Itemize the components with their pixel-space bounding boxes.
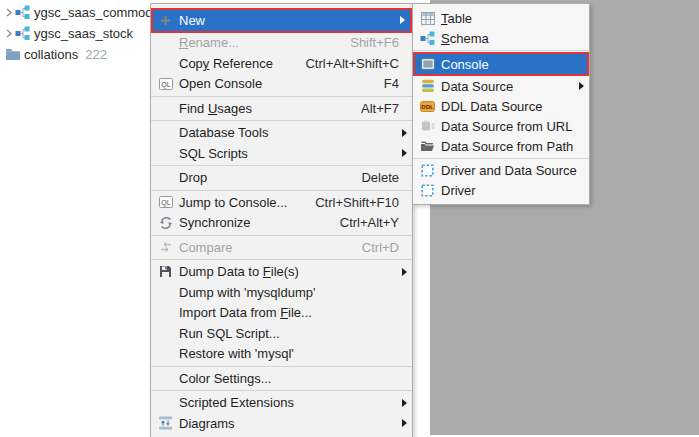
menu-item-scripted-extensions[interactable]: Scripted Extensions bbox=[151, 393, 412, 414]
datasource-icon bbox=[419, 78, 436, 94]
menu-separator bbox=[151, 235, 412, 236]
submenu-arrow-icon bbox=[402, 268, 407, 276]
menu-item-shortcut: Shift+F6 bbox=[350, 35, 406, 50]
empty-icon-slot bbox=[157, 125, 174, 141]
menu-item-data-source-from-path[interactable]: Data Source from Path bbox=[413, 136, 589, 156]
menu-separator bbox=[413, 50, 589, 51]
table-icon bbox=[419, 10, 436, 26]
folder-open-icon bbox=[419, 138, 436, 154]
sidebar-item-ygsc-saas-commod[interactable]: ygsc_saas_commod bbox=[0, 2, 150, 23]
submenu-arrow-icon bbox=[402, 149, 407, 157]
menu-item-ddl-data-source[interactable]: DDLDDL Data Source bbox=[413, 96, 589, 116]
menu-item-open-console[interactable]: QLOpen ConsoleF4 bbox=[151, 74, 412, 95]
compare-icon bbox=[157, 239, 174, 255]
empty-icon-slot bbox=[157, 370, 174, 386]
menu-item-label: Import Data from File... bbox=[179, 305, 312, 320]
menu-item-color-settings[interactable]: Color Settings... bbox=[151, 368, 412, 389]
menu-item-shortcut: Ctrl+Alt+Shift+C bbox=[305, 56, 406, 71]
menu-item-label: Console bbox=[441, 57, 489, 72]
empty-icon-slot bbox=[157, 284, 174, 300]
empty-icon-slot bbox=[157, 346, 174, 362]
svg-text:DDL: DDL bbox=[421, 104, 434, 110]
tree-item-count: 222 bbox=[85, 47, 107, 62]
menu-item-dump-with-mysqldump[interactable]: Dump with 'mysqldump' bbox=[151, 282, 412, 303]
menu-separator bbox=[151, 165, 412, 166]
menu-item-sql-scripts[interactable]: SQL Scripts bbox=[151, 143, 412, 164]
menu-item-label: Jump to Console... bbox=[179, 195, 287, 210]
empty-icon-slot bbox=[157, 100, 174, 116]
menu-item-synchronize[interactable]: SynchronizeCtrl+Alt+Y bbox=[151, 213, 412, 234]
tree-item-label: ygsc_saas_stock bbox=[34, 26, 133, 41]
menu-item-label: DDL Data Source bbox=[441, 99, 542, 114]
driver-icon bbox=[419, 162, 436, 178]
menu-item-copy-reference[interactable]: Copy ReferenceCtrl+Alt+Shift+C bbox=[151, 53, 412, 74]
menu-item-shortcut: F4 bbox=[384, 76, 406, 91]
sync-icon bbox=[157, 215, 174, 231]
menu-item-label: Diagrams bbox=[179, 416, 235, 431]
menu-separator bbox=[151, 120, 412, 121]
tree-item-label: ygsc_saas_commod bbox=[34, 5, 150, 20]
menu-item-shortcut: Ctrl+Shift+F10 bbox=[315, 195, 406, 210]
driver-icon bbox=[419, 182, 436, 198]
menu-item-label: Dump with 'mysqldump' bbox=[179, 285, 315, 300]
tree-item-label: collations bbox=[24, 47, 78, 62]
menu-item-table[interactable]: Table bbox=[413, 8, 589, 28]
menu-item-run-sql-script[interactable]: Run SQL Script... bbox=[151, 323, 412, 344]
menu-item-driver[interactable]: Driver bbox=[413, 180, 589, 200]
context-menu: NewRename...Shift+F6Copy ReferenceCtrl+A… bbox=[150, 3, 413, 437]
empty-icon-slot bbox=[157, 145, 174, 161]
menu-item-rename: Rename...Shift+F6 bbox=[151, 33, 412, 54]
chevron-right-icon[interactable] bbox=[3, 29, 14, 38]
menu-item-label: Drop bbox=[179, 170, 207, 185]
chevron-right-icon[interactable] bbox=[3, 8, 14, 17]
schema-icon bbox=[14, 5, 31, 21]
menu-item-jump-to-console[interactable]: QLJump to Console...Ctrl+Shift+F10 bbox=[151, 192, 412, 213]
menu-item-drop[interactable]: DropDelete bbox=[151, 168, 412, 189]
menu-item-restore-with-mysql[interactable]: Restore with 'mysql' bbox=[151, 344, 412, 365]
menu-item-schema[interactable]: Schema bbox=[413, 28, 589, 48]
menu-item-find-usages[interactable]: Find UsagesAlt+F7 bbox=[151, 98, 412, 119]
menu-item-label: Open Console bbox=[179, 76, 262, 91]
menu-item-label: Driver and Data Source bbox=[441, 163, 577, 178]
menu-item-label: Dump Data to File(s) bbox=[179, 264, 299, 279]
empty-icon-slot bbox=[157, 55, 174, 71]
ql-console-icon: QL bbox=[157, 194, 174, 210]
menu-item-driver-and-data-source[interactable]: Driver and Data Source bbox=[413, 160, 589, 180]
menu-item-label: Schema bbox=[441, 31, 489, 46]
menu-item-label: Data Source from URL bbox=[441, 119, 573, 134]
menu-item-shortcut: Ctrl+D bbox=[362, 240, 406, 255]
menu-separator bbox=[413, 158, 589, 159]
menu-item-console[interactable]: Console bbox=[413, 52, 589, 76]
schema-icon bbox=[14, 26, 31, 42]
menu-item-label: Synchronize bbox=[179, 215, 251, 230]
menu-item-new[interactable]: New bbox=[151, 8, 412, 33]
menu-item-import-data-from-file[interactable]: Import Data from File... bbox=[151, 303, 412, 324]
menu-item-database-tools[interactable]: Database Tools bbox=[151, 123, 412, 144]
menu-item-label: Copy Reference bbox=[179, 56, 273, 71]
menu-item-data-source-from-url[interactable]: Data Source from URL bbox=[413, 116, 589, 136]
menu-item-shortcut: Delete bbox=[361, 170, 406, 185]
menu-separator bbox=[151, 366, 412, 367]
menu-item-diagrams[interactable]: Diagrams bbox=[151, 413, 412, 434]
menu-separator bbox=[151, 259, 412, 260]
new-submenu: TableSchemaConsoleData SourceDDLDDL Data… bbox=[412, 3, 590, 205]
menu-item-label: SQL Scripts bbox=[179, 146, 248, 161]
ql-console-icon: QL bbox=[157, 76, 174, 92]
submenu-arrow-icon bbox=[402, 419, 407, 427]
sidebar-item-collations[interactable]: collations222 bbox=[0, 44, 150, 65]
menu-item-dump-data-to-file-s[interactable]: Dump Data to File(s) bbox=[151, 262, 412, 283]
folder-icon bbox=[4, 47, 21, 63]
url-datasource-icon bbox=[419, 118, 436, 134]
menu-item-shortcut: Ctrl+Alt+Y bbox=[340, 215, 406, 230]
menu-item-label: Compare bbox=[179, 240, 232, 255]
menu-item-compare: CompareCtrl+D bbox=[151, 237, 412, 258]
menu-item-label: Color Settings... bbox=[179, 371, 272, 386]
plus-icon bbox=[157, 12, 174, 28]
submenu-arrow-icon bbox=[402, 399, 407, 407]
menu-item-label: Driver bbox=[441, 183, 476, 198]
sidebar-item-ygsc-saas-stock[interactable]: ygsc_saas_stock bbox=[0, 23, 150, 44]
submenu-arrow-icon bbox=[402, 129, 407, 137]
menu-item-data-source[interactable]: Data Source bbox=[413, 76, 589, 96]
diagrams-icon bbox=[157, 415, 174, 431]
console-icon bbox=[419, 56, 436, 72]
